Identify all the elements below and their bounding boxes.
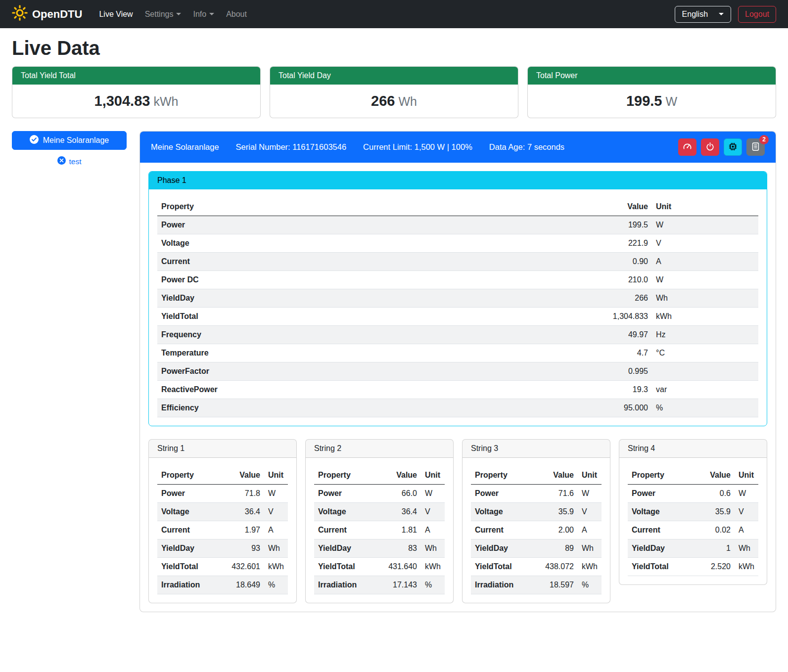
table-row: Irradiation18.649% bbox=[157, 576, 288, 594]
property-cell: Current bbox=[471, 521, 532, 539]
table-row: Temperature4.7°C bbox=[157, 344, 758, 362]
value-cell: 17.143 bbox=[375, 576, 421, 594]
unit-cell: Wh bbox=[652, 289, 758, 308]
unit-cell: kWh bbox=[264, 558, 288, 576]
property-cell: Power bbox=[628, 485, 689, 503]
phase-table: Property Value Unit Power199.5WVoltage22… bbox=[157, 198, 758, 417]
value-cell: 18.649 bbox=[219, 576, 264, 594]
sidebar-item-label: Meine Solaranlage bbox=[43, 136, 109, 145]
property-cell: Voltage bbox=[157, 234, 453, 253]
property-cell: Power DC bbox=[157, 271, 453, 289]
total-yield-total-card: Total Yield Total 1,304.83kWh bbox=[12, 66, 261, 118]
value-cell: 36.4 bbox=[375, 503, 421, 521]
value-cell: 89 bbox=[532, 539, 578, 558]
property-cell: Current bbox=[157, 253, 453, 271]
value-cell: 71.6 bbox=[532, 485, 578, 503]
value-cell: 35.9 bbox=[532, 503, 578, 521]
navbar-right-group: English Logout bbox=[675, 6, 776, 23]
column-header-property: Property bbox=[314, 466, 375, 485]
limit-settings-button[interactable] bbox=[678, 138, 696, 156]
table-row: Power71.8W bbox=[157, 485, 288, 503]
nav-live-view[interactable]: Live View bbox=[94, 6, 138, 23]
unit-cell: °C bbox=[652, 344, 758, 362]
table-row: PowerFactor0.995 bbox=[157, 362, 758, 381]
table-row: YieldDay93Wh bbox=[157, 539, 288, 558]
unit-cell bbox=[652, 362, 758, 381]
value-cell: 4.7 bbox=[453, 344, 652, 362]
language-select[interactable]: English bbox=[675, 6, 731, 23]
string-card-body: Property Value Unit Power66.0WVoltage36.… bbox=[306, 458, 453, 603]
phase-panel: Phase 1 Property Value Unit Power199.5WV… bbox=[148, 171, 767, 426]
card-title: Total Power bbox=[528, 67, 776, 85]
content-row: Meine Solaranlage test Meine Solaranlage… bbox=[12, 131, 776, 612]
brand[interactable]: OpenDTU bbox=[12, 5, 82, 24]
unit-cell: V bbox=[421, 503, 445, 521]
sidebar-item-label: test bbox=[69, 157, 82, 166]
chevron-down-icon bbox=[719, 13, 724, 18]
value-cell: 1 bbox=[689, 539, 735, 558]
nav-settings[interactable]: Settings bbox=[140, 6, 186, 23]
card-value: 1,304.83 bbox=[94, 93, 150, 109]
unit-cell: V bbox=[735, 503, 758, 521]
property-cell: YieldDay bbox=[628, 539, 689, 558]
string-card-title: String 2 bbox=[306, 440, 453, 458]
column-header-property: Property bbox=[157, 198, 453, 216]
sidebar-item-meine-solaranlage[interactable]: Meine Solaranlage bbox=[12, 131, 127, 150]
unit-cell: Hz bbox=[652, 326, 758, 344]
sidebar-item-test[interactable]: test bbox=[12, 156, 127, 167]
unit-cell: A bbox=[578, 521, 602, 539]
table-row: Efficiency95.000% bbox=[157, 399, 758, 417]
journal-list-icon bbox=[751, 142, 760, 153]
property-cell: Irradiation bbox=[471, 576, 532, 594]
table-row: Current1.97A bbox=[157, 521, 288, 539]
device-info-button[interactable] bbox=[724, 138, 742, 156]
property-cell: Voltage bbox=[157, 503, 219, 521]
summary-cards-row: Total Yield Total 1,304.83kWh Total Yiel… bbox=[12, 66, 776, 118]
speedometer-icon bbox=[683, 142, 692, 153]
unit-cell: kWh bbox=[735, 558, 758, 576]
table-row: YieldDay83Wh bbox=[314, 539, 445, 558]
table-row: YieldDay266Wh bbox=[157, 289, 758, 308]
unit-cell: % bbox=[578, 576, 602, 594]
table-row: Voltage221.9V bbox=[157, 234, 758, 253]
logout-button[interactable]: Logout bbox=[738, 6, 776, 23]
value-cell: 266 bbox=[453, 289, 652, 308]
value-cell: 221.9 bbox=[453, 234, 652, 253]
value-cell: 66.0 bbox=[375, 485, 421, 503]
event-log-button[interactable]: 2 bbox=[746, 138, 765, 156]
value-cell: 0.90 bbox=[453, 253, 652, 271]
table-row: Power0.6W bbox=[628, 485, 758, 503]
column-header-value: Value bbox=[219, 466, 264, 485]
check-circle-icon bbox=[30, 135, 39, 146]
power-button[interactable] bbox=[701, 138, 719, 156]
card-unit: kWh bbox=[153, 94, 178, 108]
total-power-card: Total Power 199.5W bbox=[527, 66, 776, 118]
unit-cell: A bbox=[652, 253, 758, 271]
phase-panel-body: Property Value Unit Power199.5WVoltage22… bbox=[149, 189, 767, 426]
unit-cell: V bbox=[264, 503, 288, 521]
page-title: Live Data bbox=[12, 37, 776, 59]
nav-about[interactable]: About bbox=[221, 6, 252, 23]
value-cell: 49.97 bbox=[453, 326, 652, 344]
unit-cell: % bbox=[264, 576, 288, 594]
table-row: Irradiation17.143% bbox=[314, 576, 445, 594]
property-cell: YieldTotal bbox=[314, 558, 375, 576]
string-2-card: String 2 Property Value Unit Power66.0WV… bbox=[305, 439, 454, 603]
inverter-data-age: Data Age: 7 seconds bbox=[489, 142, 564, 152]
property-cell: YieldDay bbox=[471, 539, 532, 558]
table-row: Frequency49.97Hz bbox=[157, 326, 758, 344]
property-cell: Power bbox=[157, 485, 219, 503]
string-card-body: Property Value Unit Power0.6WVoltage35.9… bbox=[619, 458, 767, 584]
value-cell: 1.97 bbox=[219, 521, 264, 539]
power-icon bbox=[705, 142, 715, 153]
property-cell: YieldDay bbox=[157, 289, 453, 308]
column-header-value: Value bbox=[453, 198, 652, 216]
nav-info[interactable]: Info bbox=[188, 6, 219, 23]
table-row: Current1.81A bbox=[314, 521, 445, 539]
nav-live-view-label: Live View bbox=[99, 10, 133, 19]
property-cell: YieldDay bbox=[157, 539, 219, 558]
string-card-title: String 1 bbox=[149, 440, 296, 458]
property-cell: Current bbox=[157, 521, 219, 539]
card-body: 266Wh bbox=[270, 85, 518, 118]
unit-cell: W bbox=[421, 485, 445, 503]
